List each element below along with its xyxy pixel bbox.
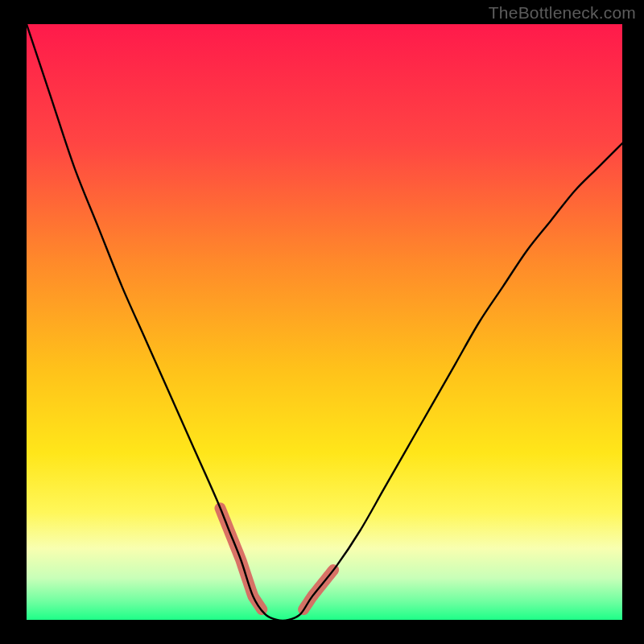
watermark-text: TheBottleneck.com [489, 3, 636, 23]
bottleneck-plot [0, 0, 644, 644]
chart-stage: TheBottleneck.com [0, 0, 644, 644]
gradient-background [27, 24, 622, 620]
